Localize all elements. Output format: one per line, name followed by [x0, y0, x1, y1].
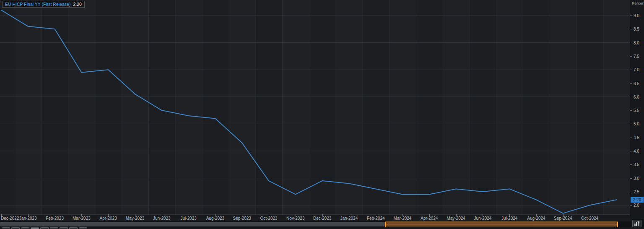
toolbar-button-stub[interactable] — [40, 227, 49, 229]
chart-plot-area[interactable]: EU HICP Final YY (First Release) 2.20 — [0, 0, 630, 215]
x-tick-label: Oct-2023 — [260, 216, 277, 221]
y-tick-mark — [630, 124, 632, 124]
y-tick-label: 8.0 — [634, 40, 639, 45]
x-tick-label: Feb-2024 — [367, 216, 385, 221]
x-tick-label: Nov-2023 — [286, 216, 304, 221]
x-tick-label: Dec-2022 — [1, 216, 19, 221]
y-tick-mark — [630, 43, 632, 43]
x-tick-label: Jan-2023 — [19, 216, 37, 221]
x-tick-label: Jul-2023 — [180, 216, 196, 221]
toolbar-button-stub[interactable] — [60, 227, 68, 229]
x-tick-mark — [28, 214, 29, 216]
y-tick-label: 6.0 — [634, 94, 639, 99]
x-tick-mark — [376, 214, 376, 216]
x-tick-mark — [536, 214, 537, 216]
toolbar-button-stub[interactable] — [79, 227, 87, 229]
x-tick-mark — [215, 214, 216, 216]
x-tick-mark — [402, 214, 403, 216]
y-tick-mark — [630, 164, 632, 165]
y-tick-mark — [630, 138, 632, 138]
y-tick-label: 7.5 — [634, 54, 639, 58]
toolbar-button-stub[interactable] — [31, 227, 39, 229]
x-tick-mark — [296, 214, 296, 216]
chart-canvas[interactable] — [0, 0, 630, 215]
x-tick-label: Jan-2024 — [340, 216, 358, 221]
x-tick-mark — [108, 214, 109, 216]
y-tick-label: 4.0 — [634, 149, 639, 154]
x-tick-mark — [135, 214, 135, 216]
chart-app-button[interactable] — [632, 220, 641, 227]
x-tick-mark — [456, 214, 457, 216]
y-tick-label: 8.5 — [634, 27, 639, 31]
x-tick-label: Aug-2024 — [527, 216, 545, 221]
x-tick-label: Apr-2024 — [421, 216, 438, 221]
y-tick-mark — [630, 70, 632, 70]
series-legend[interactable]: EU HICP Final YY (First Release) 2.20 — [2, 1, 85, 8]
y-tick-label: 7.0 — [634, 68, 639, 72]
toolbar-button-stub[interactable] — [69, 227, 78, 229]
y-tick-label: 3.0 — [634, 176, 639, 180]
y-tick-mark — [630, 110, 632, 111]
x-tick-mark — [189, 214, 189, 216]
scrollbar-left-handle[interactable] — [385, 222, 386, 227]
x-tick-mark — [349, 214, 349, 216]
x-tick-mark — [242, 214, 242, 216]
y-tick-label: 4.5 — [634, 135, 639, 140]
y-tick-mark — [630, 16, 632, 16]
bottom-toolbar — [0, 227, 644, 229]
x-tick-label: Sep-2023 — [233, 216, 251, 221]
toolbar-button-stub[interactable] — [2, 227, 10, 229]
y-tick-label: 9.0 — [634, 13, 639, 18]
y-tick-mark — [630, 192, 632, 192]
y-tick-label: 2.5 — [634, 189, 639, 194]
y-tick-label: 2.0 — [634, 203, 639, 208]
x-tick-mark — [55, 214, 55, 216]
x-tick-label: May-2023 — [126, 216, 144, 221]
x-tick-label: Aug-2023 — [206, 216, 224, 221]
x-tick-label: Sep-2024 — [554, 216, 572, 221]
y-tick-mark — [630, 56, 632, 57]
x-tick-mark — [590, 214, 590, 216]
y-tick-label: 6.5 — [634, 81, 639, 86]
y-tick-mark — [630, 151, 632, 151]
scrollbar-selected-range[interactable] — [385, 221, 618, 227]
x-tick-mark — [269, 214, 269, 216]
series-legend-value: 2.20 — [73, 1, 81, 7]
mini-chart-with-arrow-icon — [634, 221, 640, 226]
x-tick-label: May-2024 — [447, 216, 465, 221]
toolbar-button-stub[interactable] — [50, 227, 58, 229]
y-tick-label: 5.0 — [634, 122, 639, 126]
x-tick-label: Mar-2023 — [73, 216, 91, 221]
last-value-badge: 2.20 — [631, 197, 644, 203]
y-tick-mark — [630, 83, 632, 84]
y-axis[interactable]: Percent 2.20 9.08.58.07.57.06.56.05.55.0… — [630, 0, 644, 221]
scrollbar-right-handle[interactable] — [617, 222, 618, 227]
y-axis-title: Percent — [632, 1, 644, 5]
x-tick-mark — [162, 214, 162, 216]
y-tick-label: 3.5 — [634, 162, 639, 167]
x-tick-label: Dec-2023 — [313, 216, 331, 221]
x-tick-label: Mar-2024 — [394, 216, 412, 221]
x-tick-mark — [509, 214, 510, 216]
y-tick-mark — [630, 205, 632, 206]
series-legend-label: EU HICP Final YY (First Release) — [5, 1, 70, 7]
x-tick-mark — [81, 214, 82, 216]
x-tick-mark — [483, 214, 483, 216]
x-tick-label: Jun-2024 — [474, 216, 492, 221]
x-tick-label: Jul-2024 — [501, 216, 517, 221]
x-tick-mark — [322, 214, 323, 216]
y-tick-mark — [630, 178, 632, 179]
x-axis[interactable]: Dec-2022Jan-2023Feb-2023Mar-2023Apr-2023… — [0, 215, 630, 221]
scrollbar-track-left[interactable] — [0, 222, 385, 226]
chart-window: EU HICP Final YY (First Release) 2.20 Pe… — [0, 0, 644, 229]
x-tick-label: Feb-2023 — [46, 216, 64, 221]
x-tick-label: Apr-2023 — [100, 216, 117, 221]
x-tick-mark — [429, 214, 430, 216]
toolbar-button-stub[interactable] — [21, 227, 29, 229]
x-tick-label: Jun-2023 — [153, 216, 171, 221]
y-tick-mark — [630, 97, 632, 97]
x-tick-mark — [563, 214, 564, 216]
y-tick-label: 5.5 — [634, 108, 639, 113]
y-tick-mark — [630, 29, 632, 29]
toolbar-button-stub[interactable] — [11, 227, 20, 229]
